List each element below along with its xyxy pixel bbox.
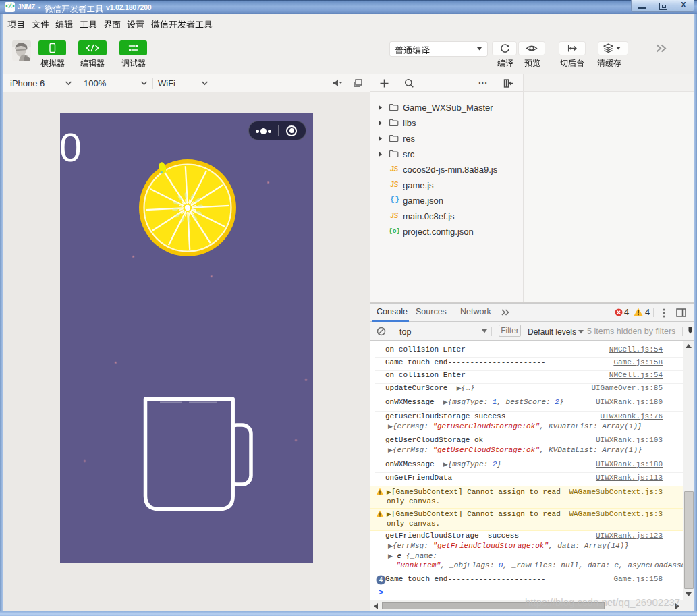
svg-text:4: 4 [379,576,383,584]
